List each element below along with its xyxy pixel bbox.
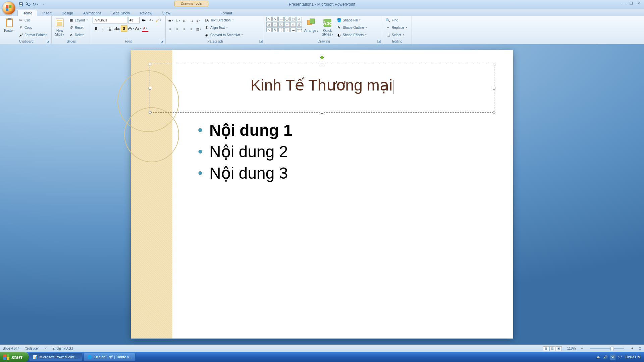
shape-star-icon[interactable]: ☆ (290, 22, 296, 27)
shape-outline-button[interactable]: ✎Shape Outline (335, 24, 368, 31)
tab-design[interactable]: Design (57, 10, 78, 16)
text-direction-button[interactable]: ↕AText Direction (203, 17, 244, 23)
select-button[interactable]: ⬚Select (384, 32, 408, 38)
shape-more-icon[interactable]: ⋯ (297, 27, 302, 32)
delete-button[interactable]: ✕Delete (67, 32, 89, 38)
font-launcher[interactable]: ◢ (160, 40, 163, 43)
undo-icon[interactable] (25, 2, 31, 7)
spellcheck-icon[interactable]: ✓ (44, 347, 47, 350)
shape-brace-icon[interactable]: { (278, 27, 284, 32)
taskbar-item-browser[interactable]: 🌐Tạo chủ đề | Tinhte.v... (84, 353, 136, 361)
tray-volume-icon[interactable]: 🔊 (603, 354, 608, 360)
shape-rect-icon[interactable]: ▭ (278, 17, 284, 21)
shape-triangle-icon[interactable]: △ (266, 22, 272, 27)
justify-button[interactable]: ≡ (188, 26, 195, 33)
tab-home[interactable]: Home (17, 10, 37, 16)
tab-animations[interactable]: Animations (78, 10, 106, 16)
convert-smartart-button[interactable]: ◈Convert to SmartArt (203, 32, 244, 38)
shadow-button[interactable]: S (121, 25, 127, 32)
language-indicator[interactable]: English (U.S.) (52, 347, 73, 350)
bold-button[interactable]: B (93, 25, 99, 32)
slide-title-text[interactable]: Kinh Tế Thương mại (150, 64, 494, 94)
shape-diamond-icon[interactable]: ◇ (278, 22, 284, 27)
quick-styles-button[interactable]: Abc Quick Styles (321, 17, 334, 37)
cut-button[interactable]: ✂Cut (17, 17, 48, 23)
shrink-font-button[interactable]: A▾ (148, 17, 154, 23)
shape-brace2-icon[interactable]: } (284, 27, 290, 32)
shape-line-icon[interactable]: ＼ (266, 17, 272, 21)
zoom-level[interactable]: 118% (567, 347, 576, 350)
shape-connector-icon[interactable]: ↯ (272, 27, 278, 32)
office-button[interactable] (2, 1, 15, 15)
find-button[interactable]: 🔍Find (384, 17, 408, 23)
copy-button[interactable]: ⎘Copy (17, 24, 48, 31)
clear-format-button[interactable]: 🧹 (155, 17, 162, 23)
align-left-button[interactable]: ≡ (167, 26, 174, 33)
tab-review[interactable]: Review (135, 10, 157, 16)
bullets-button[interactable]: ≔ (167, 17, 174, 24)
sorter-view-button[interactable]: ▤ (549, 346, 555, 351)
shapes-gallery[interactable]: ＼↘▭◯▢A △⇨◇⇦☆◎ ∿↯{}☁⋯ (266, 17, 302, 32)
drawing-launcher[interactable]: ◢ (377, 40, 381, 43)
layout-button[interactable]: ▦Layout (67, 17, 89, 23)
tray-language-icon[interactable]: VI (610, 354, 615, 360)
shape-larrow-icon[interactable]: ⇦ (284, 22, 290, 27)
zoom-out-button[interactable]: − (581, 347, 583, 350)
italic-button[interactable]: I (100, 25, 106, 32)
shape-cloud-icon[interactable]: ☁ (290, 27, 296, 32)
qat-customize-icon[interactable] (40, 2, 46, 7)
format-painter-button[interactable]: 🖌Format Painter (17, 32, 48, 38)
tab-format[interactable]: Format (215, 10, 237, 16)
new-slide-button[interactable]: New Slide (53, 17, 66, 37)
font-color-button[interactable]: A (142, 25, 149, 32)
slide-content-list[interactable]: Nội dung 1 Nội dung 2 Nội dung 3 (198, 121, 292, 185)
shape-rarrow-icon[interactable]: ⇨ (272, 22, 278, 27)
tab-view[interactable]: View (157, 10, 175, 16)
close-button[interactable]: ✕ (635, 1, 642, 6)
line-spacing-button[interactable]: ≡ (195, 17, 202, 24)
restore-button[interactable]: ❐ (628, 1, 635, 6)
increase-indent-button[interactable]: ⇥ (188, 17, 195, 24)
tab-slideshow[interactable]: Slide Show (107, 10, 135, 16)
shape-callout-icon[interactable]: ◎ (297, 22, 302, 27)
underline-button[interactable]: U (107, 25, 113, 32)
reset-button[interactable]: ↺Reset (67, 24, 89, 31)
change-case-button[interactable]: Aa (135, 25, 142, 32)
start-button[interactable]: start (0, 352, 29, 362)
resize-handle-bm[interactable] (321, 111, 323, 114)
font-family-input[interactable] (93, 17, 127, 23)
clipboard-launcher[interactable]: ◢ (46, 40, 49, 43)
align-right-button[interactable]: ≡ (181, 26, 188, 33)
char-spacing-button[interactable]: AV (128, 25, 135, 32)
tray-safely-remove-icon[interactable]: ⏏ (595, 354, 601, 360)
list-item[interactable]: Nội dung 2 (198, 142, 292, 161)
strikethrough-button[interactable]: abc (114, 25, 120, 32)
tray-clock[interactable]: 10:03 PM (625, 355, 641, 359)
slideshow-view-button[interactable]: ▣ (556, 346, 562, 351)
rotate-handle[interactable] (320, 56, 324, 59)
normal-view-button[interactable]: ▦ (543, 346, 549, 351)
shape-rrect-icon[interactable]: ▢ (290, 17, 296, 21)
decrease-indent-button[interactable]: ⇤ (181, 17, 188, 24)
list-item[interactable]: Nội dung 3 (198, 164, 292, 182)
paragraph-launcher[interactable]: ◢ (259, 40, 263, 43)
arrange-button[interactable]: Arrange (303, 17, 320, 33)
fit-window-button[interactable]: ⊡ (639, 347, 641, 350)
slide-canvas[interactable]: Kinh Tế Thương mại Nội dung 1 Nội dung 2… (131, 50, 513, 339)
shape-curve-icon[interactable]: ∿ (266, 27, 272, 32)
title-textbox[interactable]: Kinh Tế Thương mại (150, 64, 494, 113)
redo-icon[interactable] (33, 2, 38, 7)
zoom-in-button[interactable]: + (631, 347, 633, 350)
grow-font-button[interactable]: A▴ (140, 17, 147, 23)
save-icon[interactable] (18, 2, 23, 7)
shape-effects-button[interactable]: ◐Shape Effects (335, 32, 368, 38)
shape-oval-icon[interactable]: ◯ (284, 17, 290, 21)
align-center-button[interactable]: ≡ (174, 26, 181, 33)
shape-textbox-icon[interactable]: A (297, 17, 302, 21)
slide-workspace[interactable]: Kinh Tế Thương mại Nội dung 1 Nội dung 2… (0, 44, 644, 350)
replace-button[interactable]: ↔Replace (384, 24, 408, 31)
font-size-input[interactable] (128, 17, 140, 23)
taskbar-item-powerpoint[interactable]: 📊Microsoft PowerPoint ... (29, 353, 82, 361)
resize-handle-bl[interactable] (149, 111, 151, 114)
resize-handle-br[interactable] (493, 111, 495, 114)
